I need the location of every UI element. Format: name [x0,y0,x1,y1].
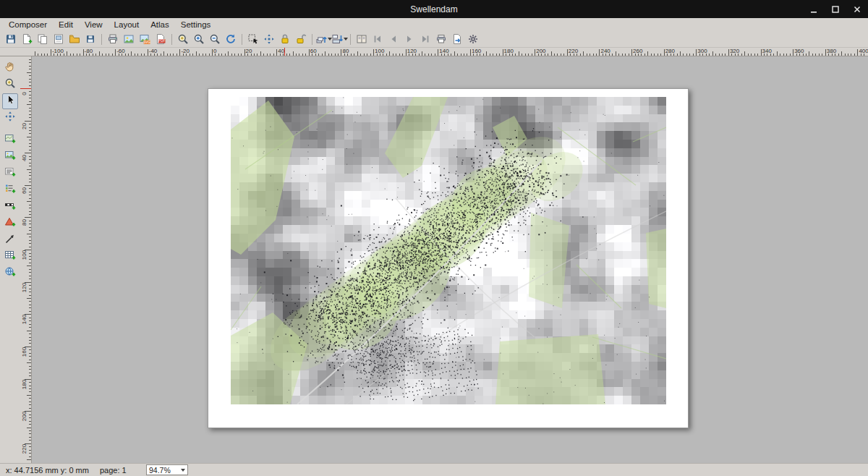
add-new-legend-button[interactable] [2,182,18,198]
map-item[interactable] [231,97,666,404]
atlas-last-feature-button[interactable] [417,32,433,47]
toolbar-separator [312,34,312,45]
toolbar-separator [350,34,351,45]
window-controls [809,0,862,18]
close-button[interactable] [852,4,862,14]
h-ruler-label: -60 [116,48,125,54]
add-new-scalebar-button[interactable] [2,199,18,215]
maximize-button[interactable] [830,4,841,14]
export-atlas-button[interactable] [449,32,465,47]
export-as-svg-button[interactable]: SVG [137,32,153,47]
refresh-view-button[interactable] [223,32,239,47]
pan-layout-button[interactable] [2,60,18,76]
new-composer-button[interactable] [19,32,35,47]
workspace: -100-80-60-40-20020406080100120140160180… [0,48,868,463]
atlas-settings-icon [467,33,479,45]
h-ruler-label: 260 [633,48,642,54]
zoom-out-icon [209,33,221,45]
atlas-settings-button[interactable] [465,32,481,47]
print-button[interactable] [105,32,121,47]
atlas-print-icon [435,33,447,45]
zoom-in-button[interactable] [191,32,207,47]
h-ruler-label: 180 [504,48,514,54]
print-atlas-button[interactable] [433,32,449,47]
h-ruler-label: -20 [181,48,190,54]
layout-canvas[interactable] [32,56,868,463]
composer-manager-button[interactable] [51,32,67,47]
add-attribute-table-button[interactable] [2,249,18,265]
menu-settings[interactable]: Settings [175,19,217,30]
menu-composer[interactable]: Composer [3,19,53,30]
export-as-image-button[interactable] [121,32,137,47]
duplicate-composer-button[interactable] [35,32,51,47]
add-image-button[interactable] [2,149,18,165]
h-ruler-label: 400 [859,48,868,54]
composer-window: Swellendam ComposerEditViewLayoutAtlasSe… [0,0,868,476]
select-move-item-button[interactable] [245,32,261,47]
atlas-prev-icon [388,33,399,45]
window-title: Swellendam [410,4,457,14]
zoom-level-value: 94.7% [149,466,171,475]
h-ruler-label: 340 [762,48,772,54]
export-as-pdf-button[interactable]: PDF [153,32,169,47]
v-ruler-label: 100 [21,250,27,261]
move-content-tool-icon [4,111,16,125]
save-project-button[interactable] [3,32,19,47]
add-new-label-button[interactable] [2,166,18,182]
raise-selected-items-button[interactable] [315,32,331,47]
menu-atlas[interactable]: Atlas [145,19,175,30]
atlas-first-icon [372,33,383,45]
add-new-map-button[interactable] [2,132,18,148]
atlas-previous-feature-button[interactable] [386,32,401,47]
add-html-icon [4,266,16,281]
add-basic-shape-button[interactable] [2,216,18,231]
statusbar: x: 44.7156 mm y: 0 mm page: 1 94.7% [0,463,868,476]
v-ruler-label: 160 [21,346,27,357]
add-table-icon [4,250,16,264]
h-ruler-label: 300 [697,48,707,54]
atlas-toggle-icon [356,33,367,45]
atlas-last-icon [420,33,431,45]
move-content-tool-button[interactable] [2,110,18,126]
v-ruler-label: 200 [21,411,27,422]
load-template-icon [69,33,80,45]
zoom-full-button[interactable] [175,32,191,47]
align-selected-items-button[interactable] [331,32,347,47]
zoom-in-icon [193,33,205,45]
select-move-item-tool-button[interactable] [2,93,18,109]
add-label-icon [4,166,16,181]
h-ruler-label: 240 [600,48,610,54]
menu-layout[interactable]: Layout [109,19,145,30]
add-map-icon [4,133,16,148]
new-layout-icon [21,33,33,45]
toolbar-separator [242,34,242,45]
h-ruler-label: 20 [246,48,252,54]
zoom-level-combo[interactable]: 94.7% [146,464,188,475]
unlock-icon [295,33,307,45]
menu-view[interactable]: View [79,19,109,30]
atlas-next-feature-button[interactable] [401,32,417,47]
move-item-content-button[interactable] [261,32,277,47]
atlas-first-feature-button[interactable] [370,32,386,47]
add-scalebar-icon [4,200,16,214]
atlas-preview-button[interactable] [354,32,370,47]
duplicate-layout-icon [37,33,48,45]
minimize-button[interactable] [809,4,819,14]
align-icon [331,33,343,45]
zoom-layout-button[interactable] [2,77,18,93]
unlock-all-items-button[interactable] [293,32,309,47]
load-from-template-button[interactable] [67,32,82,47]
toolbar-separator [171,34,172,45]
add-arrow-button[interactable] [2,232,18,248]
menu-edit[interactable]: Edit [53,19,79,30]
save-as-template-button[interactable] [82,32,98,47]
move-content-icon [263,33,275,45]
lock-icon [279,33,291,45]
zoom-out-button[interactable] [207,32,223,47]
horizontal-ruler: -100-80-60-40-20020406080100120140160180… [32,48,868,56]
lock-selected-items-button[interactable] [277,32,293,47]
titlebar[interactable]: Swellendam [0,0,868,18]
v-ruler-label: 0 [21,88,27,100]
h-ruler-label: 200 [536,48,545,54]
add-html-frame-button[interactable] [2,265,18,281]
